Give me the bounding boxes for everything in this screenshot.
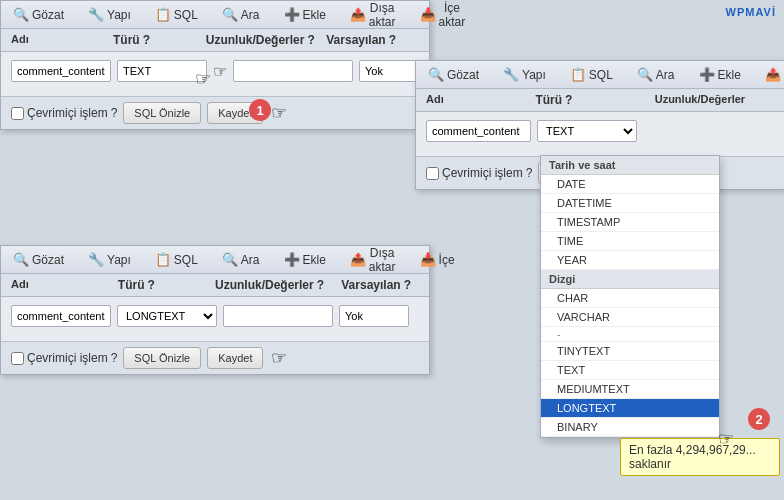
toolbar-export-3[interactable]: 📤 D: [759, 65, 784, 84]
transaction-help-icon-top[interactable]: ?: [111, 106, 118, 120]
field-type-select-right[interactable]: TEXT LONGTEXT: [537, 120, 637, 142]
type-help-icon[interactable]: ?: [143, 33, 150, 47]
sql-preview-btn-bottom[interactable]: SQL Önizle: [123, 347, 201, 369]
field-type-select-bottom[interactable]: LONGTEXT TEXT VARCHAR: [117, 305, 217, 327]
toolbar-structure-3[interactable]: 🔧 Yapı: [497, 65, 552, 84]
search-icon-3: 🔍: [637, 67, 653, 82]
column-headers-bottom: Adı Türü ? Uzunluk/Değerler ? Varsayılan…: [1, 274, 429, 297]
sql-icon: 📋: [155, 7, 171, 22]
toolbar-browse[interactable]: 🔍 Gözat: [7, 5, 70, 24]
browse-icon-3: 🔍: [428, 67, 444, 82]
length-help-icon-2[interactable]: ?: [317, 278, 324, 292]
dropdown-group-string: Dizgi: [541, 270, 719, 289]
badge-2: 2: [748, 408, 770, 430]
toolbar-search[interactable]: 🔍 Ara: [216, 5, 266, 24]
import-icon-2: 📥: [420, 252, 436, 267]
dropdown-item-tinytext[interactable]: TINYTEXT: [541, 342, 719, 361]
type-dropdown[interactable]: Tarih ve saat DATE DATETIME TIMESTAMP TI…: [540, 155, 720, 438]
dropdown-item-time[interactable]: TIME: [541, 232, 719, 251]
form-area-top: ☞: [1, 52, 429, 96]
form-area-right: TEXT LONGTEXT: [416, 112, 784, 156]
field-length-input-bottom[interactable]: [223, 305, 333, 327]
export-icon-2: 📤: [350, 252, 366, 267]
transaction-help-icon-right[interactable]: ?: [526, 166, 533, 180]
dropdown-sep: -: [541, 327, 719, 342]
structure-icon: 🔧: [88, 7, 104, 22]
transaction-check-bottom[interactable]: [11, 352, 24, 365]
cursor-save-top: ☞: [271, 102, 287, 124]
browse-icon-2: 🔍: [13, 252, 29, 267]
default-help-icon[interactable]: ?: [389, 33, 396, 47]
import-icon: 📥: [420, 7, 436, 22]
column-headers-top: Adı Türü ? Uzunluk/Değerler ? Varsayılan…: [1, 29, 429, 52]
col-name-header-3: Adı: [426, 93, 535, 107]
toolbar-insert-2[interactable]: ➕ Ekle: [278, 250, 332, 269]
transaction-checkbox-top[interactable]: Çevrimiçi işlem ?: [11, 106, 117, 120]
toolbar-structure-2[interactable]: 🔧 Yapı: [82, 250, 137, 269]
field-name-input-right[interactable]: [426, 120, 531, 142]
col-length-header: Uzunluk/Değerler ?: [206, 33, 327, 47]
wpmavi-logo: WPMAVİ: [726, 6, 776, 18]
column-headers-right: Adı Türü ? Uzunluk/Değerler: [416, 89, 784, 112]
action-bar-top: Çevrimiçi işlem ? SQL Önizle Kaydet 1 ☞: [1, 96, 429, 129]
longtext-tooltip: En fazla 4,294,967,29... saklanır: [620, 438, 780, 476]
toolbar-bottom: 🔍 Gözat 🔧 Yapı 📋 SQL 🔍 Ara ➕ Ekle 📤 Dışa…: [1, 246, 429, 274]
length-help-icon[interactable]: ?: [308, 33, 315, 47]
toolbar-import[interactable]: 📥 İçe aktar: [414, 0, 472, 31]
sql-icon-2: 📋: [155, 252, 171, 267]
dropdown-item-timestamp[interactable]: TIMESTAMP: [541, 213, 719, 232]
dropdown-item-varchar[interactable]: VARCHAR: [541, 308, 719, 327]
toolbar-search-3[interactable]: 🔍 Ara: [631, 65, 681, 84]
toolbar-structure[interactable]: 🔧 Yapı: [82, 5, 137, 24]
field-length-input-top[interactable]: [233, 60, 353, 82]
toolbar-sql-2[interactable]: 📋 SQL: [149, 250, 204, 269]
cursor-top: ☞: [213, 62, 227, 81]
structure-icon-2: 🔧: [88, 252, 104, 267]
dropdown-item-datetime[interactable]: DATETIME: [541, 194, 719, 213]
col-type-header: Türü ?: [113, 33, 206, 47]
structure-icon-3: 🔧: [503, 67, 519, 82]
dropdown-item-char[interactable]: CHAR: [541, 289, 719, 308]
search-icon-2: 🔍: [222, 252, 238, 267]
dropdown-item-binary[interactable]: BINARY: [541, 418, 719, 437]
panel-top: 🔍 Gözat 🔧 Yapı 📋 SQL 🔍 Ara ➕ Ekle 📤 Dışa…: [0, 0, 430, 130]
dropdown-item-text[interactable]: TEXT: [541, 361, 719, 380]
sql-preview-btn-top[interactable]: SQL Önizle: [123, 102, 201, 124]
col-type-header-3: Türü ?: [535, 93, 654, 107]
type-help-icon-3[interactable]: ?: [565, 93, 572, 107]
save-btn-bottom[interactable]: Kaydet: [207, 347, 263, 369]
field-default-input-bottom[interactable]: [339, 305, 409, 327]
default-help-icon-2[interactable]: ?: [404, 278, 411, 292]
toolbar-sql[interactable]: 📋 SQL: [149, 5, 204, 24]
toolbar-export[interactable]: 📤 Dışa aktar: [344, 0, 402, 31]
action-bar-bottom: Çevrimiçi işlem ? SQL Önizle Kaydet 3 ☞: [1, 341, 429, 374]
dropdown-item-date[interactable]: DATE: [541, 175, 719, 194]
type-select-container: TEXT LONGTEXT: [537, 120, 637, 142]
transaction-check-top[interactable]: [11, 107, 24, 120]
transaction-check-right[interactable]: [426, 167, 439, 180]
toolbar-insert[interactable]: ➕ Ekle: [278, 5, 332, 24]
toolbar-import-2[interactable]: 📥 İçe: [414, 250, 461, 269]
toolbar-export-2[interactable]: 📤 Dışa aktar: [344, 244, 402, 276]
dropdown-item-mediumtext[interactable]: MEDIUMTEXT: [541, 380, 719, 399]
field-name-input-top[interactable]: [11, 60, 111, 82]
dropdown-item-longtext[interactable]: LONGTEXT: [541, 399, 719, 418]
toolbar-right: 🔍 Gözat 🔧 Yapı 📋 SQL 🔍 Ara ➕ Ekle 📤 D: [416, 61, 784, 89]
dropdown-item-year[interactable]: YEAR: [541, 251, 719, 270]
toolbar-insert-3[interactable]: ➕ Ekle: [693, 65, 747, 84]
toolbar-search-2[interactable]: 🔍 Ara: [216, 250, 266, 269]
type-help-icon-2[interactable]: ?: [148, 278, 155, 292]
toolbar-browse-2[interactable]: 🔍 Gözat: [7, 250, 70, 269]
field-type-input-top[interactable]: [117, 60, 207, 82]
transaction-help-icon-bottom[interactable]: ?: [111, 351, 118, 365]
field-row-right: TEXT LONGTEXT: [426, 120, 774, 142]
toolbar-browse-3[interactable]: 🔍 Gözat: [422, 65, 485, 84]
panel-bottom: 🔍 Gözat 🔧 Yapı 📋 SQL 🔍 Ara ➕ Ekle 📤 Dışa…: [0, 245, 430, 375]
toolbar-sql-3[interactable]: 📋 SQL: [564, 65, 619, 84]
badge-1: 1: [249, 99, 271, 121]
transaction-checkbox-right[interactable]: Çevrimiçi işlem ?: [426, 166, 532, 180]
field-name-input-bottom[interactable]: [11, 305, 111, 327]
transaction-checkbox-bottom[interactable]: Çevrimiçi işlem ?: [11, 351, 117, 365]
col-type-header-2: Türü ?: [118, 278, 215, 292]
sql-icon-3: 📋: [570, 67, 586, 82]
